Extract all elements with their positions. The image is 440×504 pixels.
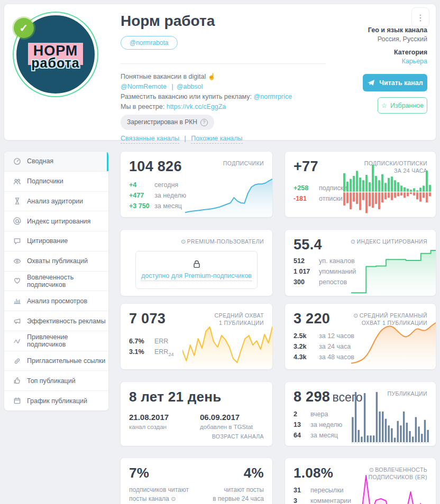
- sidebar-item-ad-effectiveness[interactable]: Эффективность рекламы: [4, 311, 108, 331]
- info-icon: ⊙: [181, 238, 186, 245]
- read-rate-left-value: 7%: [129, 465, 189, 481]
- thumbs-up-icon: [13, 377, 21, 385]
- gauge-icon: [13, 157, 21, 165]
- avg-reach-card: 7 073 СРЕДНИЙ ОХВАТ1 ПУБЛИКАЦИИ 6.7%ERR …: [121, 304, 272, 369]
- description-line-1: Понятные вакансии в digital ☝: [121, 72, 343, 82]
- engagement-line-chart: [351, 473, 430, 504]
- channel-description: Понятные вакансии в digital ☝ @NormRemot…: [121, 72, 343, 144]
- hand-icon: ☝: [208, 73, 216, 80]
- sidebar-nav: Сводная Подписчики Анализ аудитории Инде…: [4, 152, 108, 410]
- premium-locked-box: доступно для Premium-подписчиков: [135, 251, 258, 289]
- hourglass-icon: [13, 197, 21, 205]
- subs-unsubs-card: +77 ПОДПИСКИ/ОТПИСКИЗА 24 ЧАСА +258подпи…: [285, 152, 436, 217]
- eye-icon: [13, 257, 21, 265]
- avg-reach-line-chart: [182, 325, 272, 369]
- channel-age-value: 8 лет 21 день: [129, 389, 264, 405]
- avatar-text-2: работа: [31, 55, 79, 71]
- avg-reach-stats: 6.7%ERR 3.1%ERR24: [129, 338, 173, 360]
- sidebar-item-invite-links[interactable]: Пригласительные ссылки: [4, 351, 108, 371]
- publications-bar-chart: [351, 390, 429, 443]
- subscribers-sparkline: [185, 177, 272, 217]
- publications-stats: 2вчера 13за неделю 64за месяц: [294, 410, 342, 442]
- megaphone-icon: [13, 317, 21, 325]
- avg-ad-reach-stats: 2.5kза 12 часов 3.2kза 24 часа 4.3kза 48…: [294, 332, 354, 364]
- heart-icon: [13, 277, 21, 285]
- sidebar-item-post-schedule[interactable]: График публикаций: [4, 390, 108, 410]
- related-links-row: Связанные каналы | Похожие каналы: [121, 134, 343, 144]
- read-rate-right: 4% читают постыв первые 24 часапосле пуб…: [210, 465, 264, 504]
- question-icon[interactable]: ?: [200, 119, 208, 126]
- trend-line-icon: [13, 337, 21, 345]
- rkn-badge: Зарегистрирован в РКН ?: [121, 115, 214, 130]
- geo-block: Гео и язык канала Россия, Русский: [368, 26, 427, 43]
- avg-reach-label: СРЕДНИЙ ОХВАТ1 ПУБЛИКАЦИИ: [215, 312, 264, 326]
- premium-users-card: ⊙PREMIUM-ПОЛЬЗОВАТЕЛИ доступно для Premi…: [121, 230, 272, 296]
- calendar-icon: [13, 397, 21, 405]
- read-rate-right-text: читают постыв первые 24 часапосле публик…: [210, 486, 264, 504]
- menu-kebab-button[interactable]: ⋮: [411, 7, 429, 27]
- sidebar-item-post-reach[interactable]: Охваты публикаций: [4, 251, 108, 271]
- sidebar-item-views-analysis[interactable]: Анализ просмотров: [4, 291, 108, 311]
- info-icon[interactable]: ⊙: [171, 496, 176, 502]
- subscribers-card: 104 826 ПОДПИСЧИКИ +4сегодня +477за неде…: [121, 152, 272, 217]
- link-normremote[interactable]: @NormRemote: [121, 83, 167, 90]
- geo-value: Россия, Русский: [368, 35, 427, 43]
- subs-unsubs-stats: +258подписки -181отписки: [294, 184, 347, 206]
- engagement-card: 1.08% ⊙ВОВЛЕЧЕННОСТЬПОДПИСЧИКОВ (ER) 31п…: [285, 458, 436, 504]
- sidebar-item-citation[interactable]: Цитирование: [4, 231, 108, 251]
- premium-upgrade-link[interactable]: доступно для Premium-подписчиков: [141, 272, 252, 281]
- category-label: Категория: [394, 49, 427, 56]
- created-date-block: 21.08.2017 канал создан: [129, 413, 169, 430]
- at-icon: [13, 217, 21, 225]
- info-icon: ⊙: [353, 312, 359, 319]
- read-rate-card: 7% подписчиков читаютпосты канала ⊙ 4% ч…: [121, 458, 272, 504]
- chat-icon: [13, 237, 21, 245]
- info-icon: ⊙: [351, 238, 356, 245]
- engagement-stats: 31пересылки 3комментарии: [294, 487, 351, 504]
- channel-age-card: 8 лет 21 день 21.08.2017 канал создан 06…: [121, 382, 272, 446]
- sidebar-item-engagement[interactable]: Вовлеченность подписчиков: [4, 271, 108, 291]
- related-channels-link[interactable]: Связанные каналы: [121, 135, 179, 144]
- sidebar-item-citation-index[interactable]: Индекс цитирования: [4, 211, 108, 231]
- read-rate-left: 7% подписчиков читаютпосты канала ⊙: [129, 465, 189, 503]
- read-rate-right-value: 4%: [210, 465, 264, 481]
- channel-username-badge[interactable]: @normrabota: [121, 36, 178, 50]
- similar-channels-link[interactable]: Похожие каналы: [191, 135, 242, 144]
- premium-label: ⊙PREMIUM-ПОЛЬЗОВАТЕЛИ: [181, 238, 264, 245]
- verified-check-icon: ✓: [14, 18, 34, 38]
- favorite-button[interactable]: ☆ Избранное: [378, 97, 427, 114]
- sidebar-item-summary[interactable]: Сводная: [4, 152, 108, 171]
- star-icon: ☆: [381, 101, 387, 109]
- subs-unsubs-bar-chart: [343, 163, 432, 214]
- citation-label: ⊙ИНДЕКС ЦИТИРОВАНИЯ: [351, 238, 427, 245]
- bar-chart-icon: [13, 297, 21, 305]
- geo-label: Гео и язык канала: [368, 26, 427, 34]
- link-registry[interactable]: https://vk.cc/cEggZa: [167, 103, 226, 110]
- channel-age-footer-label: ВОЗРАСТ КАНАЛА: [212, 433, 264, 440]
- sidebar-item-audience-analysis[interactable]: Анализ аудитории: [4, 191, 108, 211]
- citation-index-card: 55.4 ⊙ИНДЕКС ЦИТИРОВАНИЯ 512уп. каналов …: [285, 230, 436, 296]
- avg-ad-reach-area-chart: [351, 321, 436, 369]
- category-block: Категория Карьера: [394, 49, 427, 65]
- channel-title: Норм работа: [121, 13, 215, 30]
- citation-stats: 512уп. каналов 1 017упоминаний 300репост…: [294, 257, 356, 289]
- avg-ad-reach-card: 3 220 ⊙СРЕДНИЙ РЕКЛАМНЫЙОХВАТ 1 ПУБЛИКАЦ…: [285, 304, 436, 369]
- description-line-2: @NormRemote |@abbsol: [121, 82, 343, 92]
- link-normrprice[interactable]: @normrprice: [254, 93, 292, 100]
- description-line-4: Мы в реестре: https://vk.cc/cEggZa: [121, 102, 343, 112]
- read-channel-button[interactable]: Читать канал: [363, 74, 427, 91]
- subscribers-label: ПОДПИСЧИКИ: [223, 160, 264, 167]
- read-rate-left-text: подписчиков читаютпосты канала ⊙: [129, 486, 189, 503]
- citation-step-chart: [351, 248, 436, 296]
- subscribers-stats: +4сегодня +477за неделю +3 750за месяц: [129, 181, 186, 213]
- tgstat-channel-page: НОРМ работа ✓ Норм работа @normrabota По…: [0, 0, 440, 504]
- sidebar-item-subscriber-growth[interactable]: Привлечение подписчиков: [4, 331, 108, 351]
- added-date-block: 06.09.2017 добавлен в TGStat: [200, 413, 253, 430]
- channel-header-card: НОРМ работа ✓ Норм работа @normrabota По…: [4, 4, 436, 140]
- sidebar-item-subscribers[interactable]: Подписчики: [4, 171, 108, 191]
- category-value-link: Карьера: [394, 58, 427, 65]
- info-icon: ⊙: [369, 466, 374, 473]
- description-line-3: Разместить вакансию или купить рекламу: …: [121, 92, 343, 102]
- sidebar-item-top-posts[interactable]: Топ публикаций: [4, 370, 108, 390]
- link-abbsol[interactable]: @abbsol: [177, 83, 203, 90]
